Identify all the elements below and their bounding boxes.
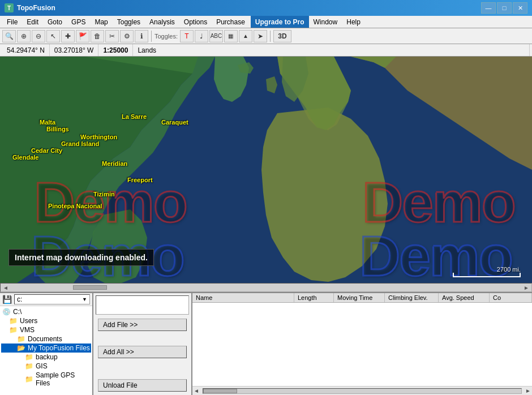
menu-file[interactable]: File [2, 16, 22, 28]
tool-arrow[interactable]: ↖ [46, 30, 60, 42]
tree-documents-label: Documents [28, 335, 62, 343]
tool-flag[interactable]: 🚩 [76, 30, 89, 42]
middle-panel: Add File >> Add All >> Unload File [93, 293, 192, 395]
folder-vms-icon: 📁 [9, 326, 18, 334]
coord-bar: 54.29474° N 03.27018° W 1:25000 Lands [0, 44, 532, 57]
toggle-elev[interactable]: ▲ [239, 30, 252, 42]
toolbar-separator2 [270, 31, 271, 42]
tree-documents[interactable]: 📁 Documents [1, 334, 91, 344]
menu-toggles[interactable]: Toggles [113, 16, 145, 28]
add-file-button[interactable]: Add File >> [98, 319, 187, 331]
menu-gps[interactable]: GPS [67, 16, 90, 28]
tree-mytopofusion[interactable]: 📂 My TopoFusion Files [1, 344, 91, 353]
coord-scale: 1:25000 [98, 44, 133, 56]
menu-window[interactable]: Window [309, 16, 342, 28]
menu-purchase[interactable]: Purchase [212, 16, 250, 28]
combo-arrow-icon: ▼ [82, 297, 87, 302]
status-message: Internet map downloading enabled. [8, 249, 154, 266]
scale-text: 2700 mi. [497, 266, 521, 273]
gps-scroll-right[interactable]: ► [524, 388, 532, 394]
folder-gis-icon: 📁 [25, 362, 34, 370]
menu-edit[interactable]: Edit [22, 16, 43, 28]
app-title: TopoFusion [17, 4, 55, 12]
maximize-button[interactable]: □ [497, 2, 512, 14]
toggle-arrow[interactable]: ➤ [254, 30, 267, 42]
tree-users[interactable]: 📁 Users [1, 316, 91, 325]
tree-backup[interactable]: 📁 backup [1, 353, 91, 362]
drive-combo[interactable]: c: ▼ [14, 294, 90, 304]
tree-drive-c[interactable]: 💿 C:\ [1, 307, 91, 316]
tool-zoom-in2[interactable]: ⊕ [17, 30, 31, 42]
unload-file-label: Unload File [103, 381, 138, 389]
menu-goto[interactable]: Goto [43, 16, 67, 28]
tree-gis[interactable]: 📁 GIS [1, 362, 91, 371]
tool-cut[interactable]: ✂ [105, 30, 119, 42]
drive-select: 💾 c: ▼ [0, 293, 92, 306]
tree-drive-label: C:\ [13, 308, 22, 316]
window-controls: — □ ✕ [481, 2, 527, 14]
file-tree-panel: 💾 c: ▼ 💿 C:\ 📁 Users 📁 VMS 📁 Documents [0, 293, 93, 395]
toolbar: 🔍 ⊕ ⊖ ↖ ✚ 🚩 🗑 ✂ ⚙ ℹ Toggles: T ♩ ABC ▦ ▲… [0, 28, 532, 44]
title-bar: T TopoFusion — □ ✕ [0, 0, 532, 16]
file-list-area [96, 295, 189, 315]
tree-samplegps-label: Sample GPS Files [36, 371, 90, 387]
toggle-1[interactable]: T [180, 30, 194, 42]
folder-documents-icon: 📁 [17, 335, 26, 343]
scale-bar: 2700 mi. [453, 266, 521, 277]
close-button[interactable]: ✕ [513, 2, 527, 14]
gps-scroll-left[interactable]: ◄ [192, 388, 200, 394]
scroll-thumb[interactable] [73, 285, 107, 290]
tree-vms-label: VMS [20, 326, 35, 334]
folder-samplegps-icon: 📁 [25, 375, 34, 383]
col-length[interactable]: Length [294, 293, 334, 302]
toggle-abc[interactable]: ABC [209, 30, 223, 42]
coord-lat: 54.29474° N [2, 44, 50, 56]
add-all-button[interactable]: Add All >> [98, 346, 187, 358]
tool-crosshair[interactable]: ✚ [61, 30, 75, 42]
file-tree: 💿 C:\ 📁 Users 📁 VMS 📁 Documents 📂 My Top… [0, 306, 92, 395]
tree-samplegps[interactable]: 📁 Sample GPS Files [1, 371, 91, 388]
tool-gear[interactable]: ⚙ [120, 30, 134, 42]
drive-icon: 💾 [2, 295, 12, 304]
menu-analysis[interactable]: Analysis [145, 16, 179, 28]
col-speed[interactable]: Avg. Speed [439, 293, 490, 302]
gps-scrollbar[interactable]: ◄ ► [192, 386, 532, 395]
scroll-right-btn[interactable]: ► [521, 285, 531, 291]
menu-options[interactable]: Options [179, 16, 212, 28]
coord-lon: 03.27018° W [50, 44, 99, 56]
col-name[interactable]: Name [192, 293, 294, 302]
folder-backup-icon: 📁 [25, 353, 34, 361]
coord-terrain: Lands [133, 44, 530, 56]
drive-c-icon: 💿 [2, 308, 11, 316]
tool-delete[interactable]: 🗑 [91, 30, 104, 42]
menu-upgrade[interactable]: Upgrade to Pro [251, 16, 309, 28]
minimize-button[interactable]: — [481, 2, 496, 14]
add-all-label: Add All >> [103, 348, 134, 356]
scroll-left-btn[interactable]: ◄ [1, 285, 11, 291]
col-co[interactable]: Co [490, 293, 532, 302]
tool-info[interactable]: ℹ [135, 30, 148, 42]
menu-map[interactable]: Map [90, 16, 112, 28]
gps-scroll-track[interactable] [203, 388, 522, 394]
tool-zoom-out[interactable]: ⊖ [32, 30, 45, 42]
tree-backup-label: backup [36, 353, 58, 361]
tree-vms[interactable]: 📁 VMS [1, 325, 91, 334]
bottom-panel: 💾 c: ▼ 💿 C:\ 📁 Users 📁 VMS 📁 Documents [0, 292, 532, 395]
map-scrollbar[interactable]: ◄ ► [0, 283, 532, 292]
tree-users-label: Users [20, 317, 37, 325]
map-view[interactable]: Demo Demo Demo Demo Demo Demo Malta La S… [0, 57, 532, 283]
menu-help[interactable]: Help [342, 16, 365, 28]
folder-topofusion-icon: 📂 [17, 344, 26, 352]
tool-zoom-in[interactable]: 🔍 [2, 30, 16, 42]
toolbar-separator [151, 31, 152, 42]
col-climbing[interactable]: Climbing Elev. [385, 293, 439, 302]
unload-file-button[interactable]: Unload File [98, 379, 187, 392]
toggle-grid[interactable]: ▦ [224, 30, 238, 42]
tree-topofusion-label: My TopoFusion Files [28, 344, 90, 352]
gps-scroll-thumb[interactable] [203, 389, 237, 393]
toggle-2[interactable]: ♩ [195, 30, 208, 42]
add-file-label: Add File >> [103, 321, 138, 329]
toggle-3d[interactable]: 3D [273, 30, 291, 42]
menu-bar: File Edit Goto GPS Map Toggles Analysis … [0, 16, 532, 28]
col-moving[interactable]: Moving Time [334, 293, 385, 302]
